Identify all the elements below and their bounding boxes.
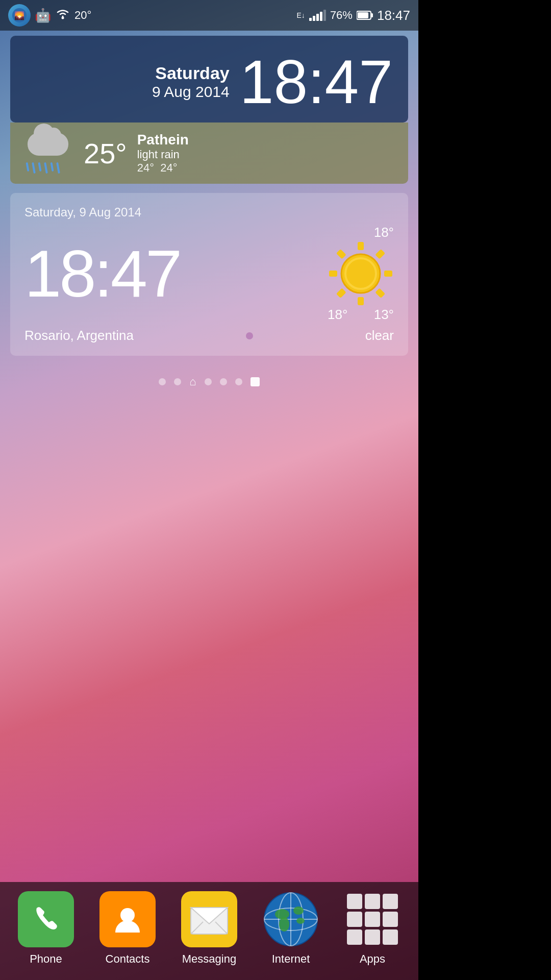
clock-time: 18:47	[240, 51, 393, 112]
bottom-dock: Phone Contacts Messaging	[0, 882, 418, 980]
svg-rect-5	[358, 12, 368, 18]
ww-dot	[246, 332, 253, 339]
ww-condition: clear	[365, 328, 394, 344]
status-bar: 🌄 🤖 20° E↓ 76%	[0, 0, 418, 31]
dock-phone[interactable]: Phone	[13, 891, 79, 966]
svg-point-28	[293, 906, 304, 915]
weather-info: Pathein light rain 24° 24°	[137, 132, 189, 175]
status-time: 18:47	[377, 8, 410, 23]
apps-label: Apps	[360, 952, 385, 966]
page-dot-2[interactable]	[174, 378, 181, 385]
ww-low-temp: 13°	[374, 307, 394, 323]
rain-icon	[22, 133, 73, 174]
page-indicators: ⌂	[0, 370, 418, 394]
ww-location: Rosario, Argentina	[24, 328, 134, 344]
ww-current-temp: 18°	[328, 307, 347, 323]
svg-point-16	[120, 908, 135, 922]
temperature-label: 20°	[74, 9, 91, 22]
internet-label: Internet	[272, 952, 310, 966]
dock-internet[interactable]: Internet	[258, 891, 324, 966]
battery-icon	[357, 11, 373, 20]
signal-bars	[309, 10, 326, 21]
page-dot-1[interactable]	[159, 378, 166, 385]
battery-percent: 76%	[330, 9, 353, 22]
svg-point-29	[296, 918, 305, 924]
contacts-label: Contacts	[106, 952, 150, 966]
weather-description: light rain	[137, 148, 189, 161]
weather-range: 24° 24°	[137, 161, 189, 175]
data-icon: E↓	[297, 12, 305, 19]
svg-point-14	[341, 254, 380, 293]
clock-widget[interactable]: Saturday 9 Aug 2014 18:47	[10, 36, 408, 122]
weather-bar[interactable]: 25° Pathein light rain 24° 24°	[10, 122, 408, 184]
contacts-icon	[99, 891, 156, 947]
svg-rect-6	[358, 242, 364, 250]
svg-point-27	[279, 917, 289, 932]
weather-city: Pathein	[137, 132, 189, 148]
android-icon: 🤖	[35, 7, 51, 23]
phone-label: Phone	[30, 952, 62, 966]
weather-widget-large[interactable]: Saturday, 9 Aug 2014 18:47 18°	[10, 193, 408, 356]
status-bar-left: 🌄 🤖 20°	[8, 4, 91, 27]
dock-apps[interactable]: Apps	[339, 891, 406, 966]
ww-right: 18°	[328, 225, 394, 323]
ww-date: Saturday, 9 Aug 2014	[24, 205, 394, 219]
page-dot-active[interactable]	[251, 377, 260, 386]
svg-text:🌄: 🌄	[14, 11, 24, 20]
page-dot-3[interactable]	[205, 378, 212, 385]
svg-rect-10	[358, 297, 364, 305]
notification-avatar: 🌄	[8, 4, 31, 27]
internet-icon	[263, 891, 319, 947]
page-dot-5[interactable]	[235, 378, 242, 385]
messaging-label: Messaging	[182, 952, 236, 966]
svg-rect-12	[329, 271, 337, 277]
svg-point-2	[62, 17, 64, 19]
wifi-icon	[55, 8, 70, 22]
svg-rect-8	[384, 271, 392, 277]
weather-temp: 25°	[84, 137, 127, 170]
svg-rect-13	[336, 249, 346, 259]
ww-high-temp: 18°	[374, 225, 394, 240]
sun-icon	[328, 240, 394, 307]
clock-day: Saturday	[152, 63, 230, 83]
dock-contacts[interactable]: Contacts	[94, 891, 161, 966]
status-bar-right: E↓ 76% 18:47	[297, 8, 410, 23]
svg-rect-11	[336, 288, 346, 298]
svg-rect-7	[375, 249, 385, 259]
phone-icon	[18, 891, 74, 947]
page-dot-home[interactable]: ⌂	[189, 375, 196, 388]
page-dot-4[interactable]	[220, 378, 227, 385]
dock-messaging[interactable]: Messaging	[176, 891, 242, 966]
apps-icon	[344, 891, 400, 947]
clock-date: 9 Aug 2014	[152, 83, 230, 101]
ww-time: 18:47	[24, 240, 180, 307]
svg-rect-9	[375, 288, 385, 298]
svg-point-26	[275, 909, 289, 919]
svg-rect-4	[371, 13, 373, 17]
messaging-icon	[181, 891, 237, 947]
